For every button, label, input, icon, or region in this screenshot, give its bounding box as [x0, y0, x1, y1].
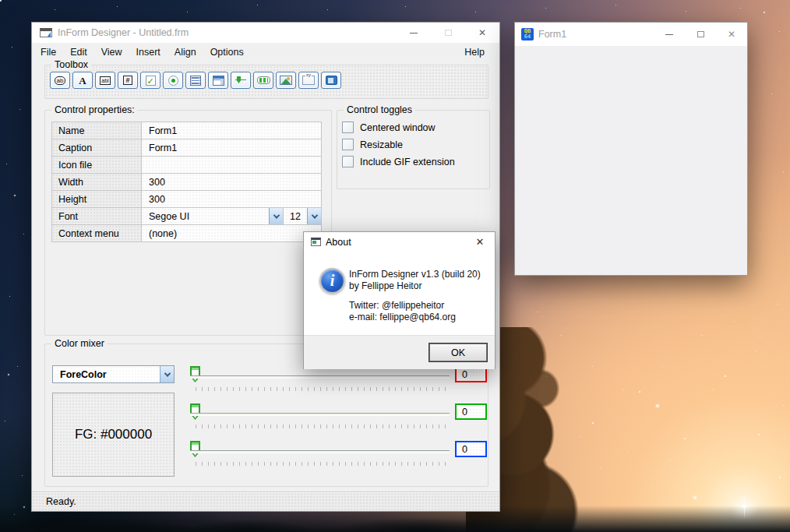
include-gif-checkbox[interactable] — [342, 156, 354, 167]
status-bar: Ready. — [32, 491, 499, 511]
about-footer: OK — [304, 335, 495, 369]
color-preview: FG: #000000 — [52, 393, 175, 477]
dropdown-list-icon — [213, 76, 224, 86]
tool-label[interactable]: A — [72, 72, 93, 89]
tool-numeric-textbox[interactable]: # — [118, 72, 138, 89]
menu-item-view[interactable]: View — [94, 43, 129, 62]
red-slider-track[interactable] — [190, 375, 450, 378]
table-row: Icon file — [52, 157, 321, 174]
tool-progress-bar[interactable] — [253, 72, 273, 89]
main-minimize-button[interactable] — [397, 23, 431, 43]
about-line-2: by Fellippe Heitor — [349, 280, 421, 291]
table-row: Name Form1 — [52, 122, 321, 139]
color-mixer-legend: Color mixer — [51, 338, 108, 349]
table-row: Font Segoe UI 12 — [52, 208, 321, 225]
info-icon — [319, 268, 345, 294]
about-line-1: InForm Designer v1.3 (build 20) — [349, 269, 481, 280]
tool-command-button[interactable]: ab — [50, 72, 70, 89]
maximize-icon — [445, 30, 452, 36]
form1-maximize-button[interactable] — [685, 23, 716, 46]
font-size-value[interactable]: 12 — [283, 208, 307, 224]
green-slider-ticks — [196, 425, 446, 428]
table-row: Width 300 — [52, 174, 321, 191]
table-row: Context menu (none) — [52, 225, 321, 242]
status-text: Ready. — [46, 496, 76, 507]
main-maximize-button[interactable] — [431, 23, 465, 43]
toggle-label: Centered window — [360, 122, 436, 133]
control-properties-legend: Control properties: — [51, 104, 138, 115]
track-bar-icon — [235, 76, 247, 85]
toggle-label: Include GIF extension — [360, 157, 455, 167]
form-design-canvas[interactable] — [515, 46, 747, 275]
color-target-value: ForeColor — [53, 369, 160, 380]
form1-window: QB 64 Form1 ✕ — [514, 22, 748, 276]
properties-table: Name Form1 Caption Form1 Icon file Width… — [51, 122, 322, 242]
table-row: Caption Form1 — [52, 139, 321, 157]
prop-label-width: Width — [52, 174, 142, 190]
blue-value-input[interactable]: 0 — [455, 441, 487, 457]
chevron-down-icon — [311, 212, 317, 218]
blue-slider-ticks — [196, 462, 446, 466]
color-target-select[interactable]: ForeColor — [52, 365, 175, 383]
toolbox-legend: Toolbox — [51, 59, 91, 70]
numeric-textbox-icon: # — [123, 76, 132, 85]
form1-minimize-button[interactable] — [654, 23, 685, 46]
app-icon — [40, 28, 52, 37]
menu-item-align[interactable]: Align — [168, 43, 203, 62]
tool-list-box[interactable] — [185, 72, 206, 89]
red-slider-thumb[interactable] — [190, 366, 200, 382]
about-titlebar[interactable]: About ✕ — [304, 232, 495, 252]
ok-button[interactable]: OK — [429, 344, 487, 361]
menubar: File Edit View Insert Align Options Help — [32, 43, 499, 62]
green-value-input[interactable]: 0 — [455, 403, 487, 420]
menu-item-options[interactable]: Options — [203, 43, 251, 62]
prop-value-context-menu[interactable]: (none) — [142, 225, 321, 241]
control-properties-group: Control properties: Name Form1 Caption F… — [44, 110, 332, 336]
container-icon — [326, 76, 337, 85]
prop-label-name: Name — [52, 122, 142, 139]
form1-title: Form1 — [538, 29, 566, 40]
about-close-button[interactable]: ✕ — [465, 232, 495, 252]
menu-item-insert[interactable]: Insert — [129, 43, 168, 62]
progress-bar-icon — [257, 76, 270, 84]
blue-slider-thumb[interactable] — [190, 441, 200, 457]
prop-value-caption[interactable]: Form1 — [142, 139, 321, 156]
prop-value-width[interactable]: 300 — [142, 174, 321, 190]
prop-value-height[interactable]: 300 — [142, 191, 321, 207]
form1-titlebar[interactable]: QB 64 Form1 ✕ — [515, 23, 747, 46]
form1-close-button[interactable]: ✕ — [716, 23, 747, 46]
font-name-value[interactable]: Segoe UI — [142, 211, 269, 222]
font-name-dropdown-button[interactable] — [269, 208, 283, 224]
color-preview-text: FG: #000000 — [75, 427, 152, 442]
color-target-dropdown-button[interactable] — [160, 366, 174, 382]
prop-value-icon-file[interactable] — [142, 157, 321, 173]
maximize-icon — [697, 31, 704, 37]
green-slider-thumb[interactable] — [190, 403, 200, 420]
close-icon: ✕ — [476, 236, 485, 248]
control-toggles-legend: Control toggles — [344, 104, 415, 115]
tool-track-bar[interactable] — [231, 72, 251, 89]
about-title: About — [326, 237, 351, 248]
resizable-checkbox[interactable] — [342, 139, 354, 150]
main-close-button[interactable]: ✕ — [465, 23, 499, 43]
about-dialog: About ✕ InForm Designer v1.3 (build 20) … — [303, 231, 496, 369]
tool-picture-box[interactable] — [276, 72, 296, 89]
tool-frame[interactable]: xy — [298, 72, 319, 89]
about-dialog-icon — [311, 238, 321, 246]
tool-radio-button[interactable] — [163, 72, 183, 89]
prop-label-font: Font — [52, 208, 142, 224]
tool-dropdown-list[interactable] — [208, 72, 228, 89]
menu-item-help[interactable]: Help — [457, 43, 492, 62]
main-titlebar[interactable]: InForm Designer - Untitled.frm ✕ — [32, 23, 499, 43]
centered-window-checkbox[interactable] — [342, 122, 354, 133]
tool-checkbox[interactable]: ✓ — [140, 72, 160, 89]
font-size-dropdown-button[interactable] — [307, 208, 321, 224]
blue-slider-track[interactable] — [190, 450, 450, 453]
close-icon: ✕ — [728, 29, 735, 40]
green-slider-track[interactable] — [190, 413, 450, 415]
prop-value-name[interactable]: Form1 — [142, 122, 321, 139]
control-toggles-group: Control toggles Centered window Resizabl… — [337, 110, 490, 189]
tool-container[interactable] — [321, 72, 341, 89]
starfield-bright — [0, 0, 2, 2]
tool-textbox[interactable]: abl — [95, 72, 115, 89]
